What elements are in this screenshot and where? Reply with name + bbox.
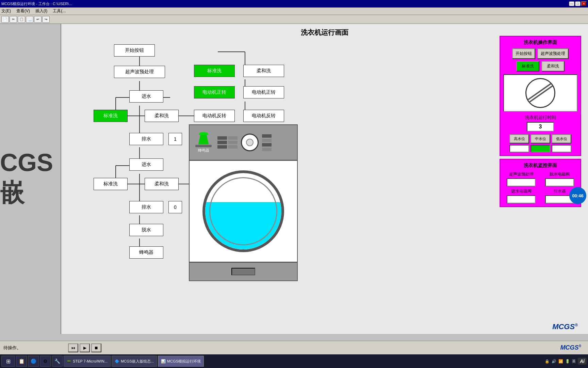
rewind-btn[interactable]: ⏮	[68, 343, 78, 352]
bottom-mcgs: MCGS®	[560, 344, 581, 351]
high-level-ind	[509, 145, 529, 152]
taskbar-app-3[interactable]: 📊 MCGS模拟运行环境	[158, 356, 204, 367]
right-panel: 洗衣机操作界面 开始按钮 超声波预处理 标准洗 柔和洗	[500, 36, 581, 207]
menu-item-insert[interactable]: 插入(I)	[35, 8, 47, 14]
taskbar: ⊞ 📋 🔵 ⚙ 🔧 📟 STEP 7-Micro/WIN... 🔷 MCGS嵌入…	[0, 354, 588, 368]
minimize-btn[interactable]: —	[569, 1, 574, 6]
mid-level-ind	[530, 145, 550, 152]
toolbar: 📄 ✂ 📋 📃 ↩ ↪	[0, 15, 588, 24]
mid-level-btn[interactable]: 中水位	[530, 134, 550, 143]
run-time-value: 3	[527, 122, 554, 132]
start-button[interactable]: 开始按钮	[114, 44, 155, 57]
washer-knob[interactable]	[241, 134, 259, 151]
menu-item-file[interactable]: 文(E)	[1, 8, 11, 14]
ultrasound-button[interactable]: 超声波预处理	[114, 66, 165, 78]
motor-fwd-1-label[interactable]: 标准洗	[194, 65, 235, 77]
monitor-panel-title: 洗衣机监控界面	[503, 163, 577, 169]
indicator-right	[262, 134, 272, 151]
std-wash-2[interactable]: 标准洗	[94, 178, 128, 190]
low-level-btn[interactable]: 低水位	[552, 134, 571, 143]
op-start-btn[interactable]: 开始按钮	[512, 48, 535, 59]
monitor-drain-valve-label: 脱水电磁阀	[542, 171, 577, 177]
motor-rev-1[interactable]: 电动机反转	[194, 110, 235, 122]
drum-inner	[209, 177, 277, 245]
motor-fwd-1[interactable]: 电动机正转	[194, 86, 235, 98]
taskbar-icon-3[interactable]: ⚙	[40, 356, 51, 367]
mini-drum-display	[503, 74, 577, 112]
motor-fwd-2[interactable]: 电动机正转	[243, 86, 284, 98]
taskbar-icon-1[interactable]: 📋	[16, 356, 27, 367]
status-bar: 待操作。 ⏮ ▶ ⏹ MCGS®	[0, 341, 588, 354]
stop-btn[interactable]: ⏹	[91, 343, 101, 352]
taskbar-app-1[interactable]: 📟 STEP 7-Micro/WIN...	[64, 356, 111, 367]
op-ultrasound-btn[interactable]: 超声波预处理	[537, 48, 569, 59]
buzzer-button[interactable]: 蜂鸣器	[129, 246, 163, 259]
soft-wash-display[interactable]: 柔和洗	[243, 65, 284, 77]
taskbar-app-2[interactable]: 🔷 MCGS嵌入版组态...	[112, 356, 157, 367]
toolbar-btn-5[interactable]: ↩	[34, 16, 42, 23]
monitor-water-valve-label: 进水电磁阀	[503, 188, 539, 194]
taskbar-icon-battery: 🔋	[565, 359, 570, 364]
dewater-button[interactable]: 脱水	[129, 224, 163, 236]
monitor-panel: 洗衣机监控界面 超声波预处理 脱水电磁阀 进水电磁阀	[500, 159, 581, 207]
sidebar-logo: CGS嵌	[0, 149, 61, 209]
left-sidebar: CGS嵌	[0, 24, 61, 334]
op-panel-title: 洗衣机操作界面	[503, 40, 577, 46]
play-btn[interactable]: ▶	[80, 343, 90, 352]
drain-value-1: 1	[168, 133, 182, 145]
buzzer-label: 蜂鸣器	[198, 148, 209, 153]
taskbar-icon-network: 📶	[558, 359, 563, 364]
washer-visual: 蜂鸣器	[189, 124, 298, 281]
washer-ctrl-top: 蜂鸣器	[190, 125, 297, 161]
taskbar-icon-wifi: 🔒	[545, 359, 550, 364]
toolbar-btn-3[interactable]: 📋	[18, 16, 25, 23]
toolbar-btn-1[interactable]: 📄	[1, 16, 9, 23]
op-soft-wash-btn[interactable]: 柔和洗	[541, 61, 565, 72]
taskbar-icon-volume: 🔊	[552, 359, 556, 364]
drain-value-2: 0	[168, 201, 182, 213]
monitor-ultrasound-label: 超声波预处理	[503, 171, 539, 177]
high-level-btn[interactable]: 高水位	[509, 134, 529, 143]
op-std-wash-btn[interactable]: 标准洗	[516, 61, 539, 72]
title-bar-text: MCGS模拟运行环境 - 工作台 : C:\USER\...	[1, 1, 569, 6]
washer-drum-area	[190, 161, 297, 262]
low-level-ind	[552, 145, 571, 152]
mcgs-logo: MCGS®	[552, 322, 578, 331]
motor-rev-2[interactable]: 电动机反转	[243, 110, 284, 122]
soft-wash-2[interactable]: 柔和洗	[145, 178, 179, 190]
monitor-water-valve-ind	[507, 195, 536, 203]
drum-outer	[202, 170, 284, 252]
taskbar-right: 🔒 🔊 📶 🔋 英 Ai	[545, 358, 587, 365]
title-bar: MCGS模拟运行环境 - 工作台 : C:\USER\... — □ ✕	[0, 0, 588, 7]
bottom-control[interactable]	[231, 268, 255, 275]
toolbar-btn-6[interactable]: ↪	[42, 16, 50, 23]
start-menu-btn[interactable]: ⊞	[1, 356, 15, 367]
menu-item-view[interactable]: 查看(V)	[16, 8, 30, 14]
maximize-btn[interactable]: □	[575, 1, 581, 6]
toolbar-btn-4[interactable]: 📃	[26, 16, 33, 23]
op-panel: 洗衣机操作界面 开始按钮 超声波预处理 标准洗 柔和洗	[500, 36, 581, 156]
timer-badge: 00:46	[569, 187, 586, 204]
indicator-left	[217, 136, 238, 149]
main-area: 洗衣机运行画面	[61, 24, 588, 334]
menu-item-tools[interactable]: 工具(...	[53, 8, 66, 14]
toolbar-btn-2[interactable]: ✂	[10, 16, 17, 23]
water-in-1[interactable]: 进水	[129, 90, 163, 103]
monitor-ultrasound-ind	[507, 178, 536, 186]
taskbar-ai[interactable]: Ai	[578, 358, 587, 365]
soft-wash-1[interactable]: 柔和洗	[145, 110, 179, 122]
water-in-2[interactable]: 进水	[129, 158, 163, 171]
status-text: 待操作。	[3, 345, 21, 351]
buzzer-widget: 蜂鸣器	[193, 132, 214, 153]
drain-1[interactable]: 排水	[129, 133, 163, 145]
taskbar-lang: 英	[572, 359, 576, 364]
run-time-title: 洗衣机运行时间	[503, 114, 577, 121]
std-wash-1[interactable]: 标准洗	[94, 110, 128, 122]
close-btn[interactable]: ✕	[581, 1, 587, 6]
monitor-drain-valve-ind	[545, 178, 574, 186]
menu-bar: 文(E) 查看(V) 插入(I) 工具(...	[0, 7, 588, 15]
drain-2[interactable]: 排水	[129, 201, 163, 213]
taskbar-icon-4[interactable]: 🔧	[52, 356, 63, 367]
taskbar-icon-2[interactable]: 🔵	[28, 356, 39, 367]
washer-bottom-panel	[190, 262, 297, 280]
